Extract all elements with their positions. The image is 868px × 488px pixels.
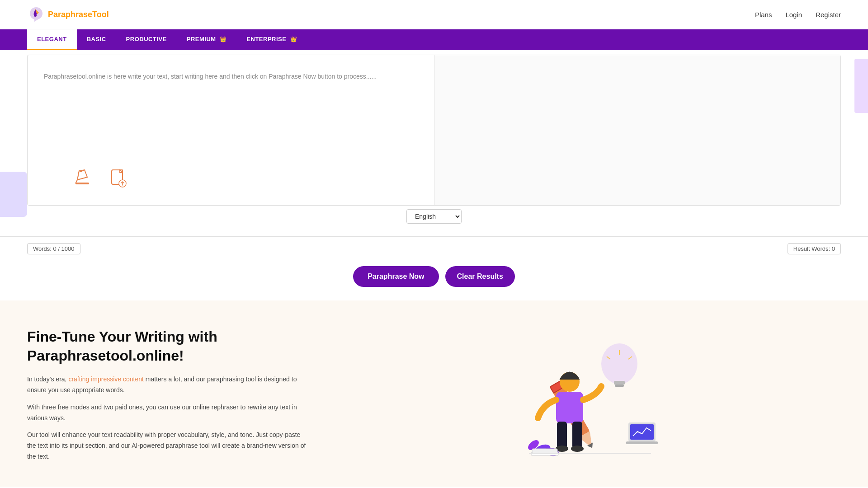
crown-icon-premium: 👑 bbox=[220, 36, 227, 42]
tab-premium[interactable]: PREMIUM 👑 bbox=[177, 29, 237, 50]
word-count-left: Words: 0 / 1000 bbox=[27, 243, 80, 254]
editor-icons bbox=[35, 162, 427, 198]
tab-enterprise[interactable]: ENTERPRISE 👑 bbox=[236, 29, 307, 50]
info-title: Fine-Tune Your Writing with Paraphraseto… bbox=[27, 328, 307, 365]
clear-results-button[interactable]: Clear Results bbox=[445, 266, 515, 287]
logo-text-part2: Tool bbox=[92, 10, 109, 19]
logo-text: ParaphraseTool bbox=[48, 10, 109, 19]
pen-icon bbox=[71, 166, 94, 189]
action-row: Paraphrase Now Clear Results bbox=[0, 259, 868, 300]
svg-rect-29 bbox=[532, 449, 557, 453]
pen-icon-box[interactable] bbox=[71, 166, 94, 189]
editor-left: Paraphrasetool.online is here write your… bbox=[28, 55, 434, 205]
nav-plans[interactable]: Plans bbox=[755, 11, 772, 19]
deco-left bbox=[0, 172, 27, 217]
illustration-svg bbox=[506, 328, 660, 463]
editor-split: Paraphrasetool.online is here write your… bbox=[27, 55, 841, 206]
svg-rect-32 bbox=[626, 441, 658, 444]
tab-productive[interactable]: PRODUCTIVE bbox=[116, 29, 177, 50]
nav-register[interactable]: Register bbox=[816, 11, 841, 19]
logo-text-part1: Paraphrase bbox=[48, 10, 92, 19]
language-row: English Spanish French German Italian Po… bbox=[27, 206, 841, 227]
editor-right bbox=[434, 55, 841, 205]
svg-rect-20 bbox=[556, 392, 583, 423]
info-section: Fine-Tune Your Writing with Paraphraseto… bbox=[0, 300, 868, 487]
crown-icon-enterprise: 👑 bbox=[290, 36, 297, 42]
word-count-row: Words: 0 / 1000 Result Words: 0 bbox=[0, 239, 868, 259]
language-select[interactable]: English Spanish French German Italian Po… bbox=[406, 209, 462, 224]
svg-rect-8 bbox=[614, 381, 625, 385]
svg-rect-21 bbox=[557, 422, 567, 449]
svg-rect-9 bbox=[615, 385, 624, 387]
word-count-right: Result Words: 0 bbox=[788, 243, 841, 254]
info-paragraph-2: With three free modes and two paid ones,… bbox=[27, 402, 307, 424]
tab-bar: ELEGANT BASIC PRODUCTIVE PREMIUM 👑 ENTER… bbox=[0, 29, 868, 50]
info-paragraph-3: Our tool will enhance your text readabil… bbox=[27, 430, 307, 462]
svg-rect-1 bbox=[75, 183, 89, 184]
nav: Plans Login Register bbox=[755, 11, 841, 19]
upload-icon bbox=[107, 166, 130, 189]
svg-point-7 bbox=[601, 343, 637, 384]
nav-login[interactable]: Login bbox=[785, 11, 802, 19]
logo-icon bbox=[27, 5, 45, 23]
paraphrase-now-button[interactable]: Paraphrase Now bbox=[353, 266, 439, 287]
svg-rect-22 bbox=[572, 422, 582, 449]
svg-point-24 bbox=[571, 446, 584, 452]
info-paragraph-1: In today's era, crafting impressive cont… bbox=[27, 374, 307, 396]
info-text: Fine-Tune Your Writing with Paraphraseto… bbox=[27, 328, 307, 469]
editor-placeholder-text: Paraphrasetool.online is here write your… bbox=[35, 62, 427, 162]
editor-section: Paraphrasetool.online is here write your… bbox=[0, 55, 868, 237]
deco-right bbox=[854, 59, 868, 113]
svg-point-0 bbox=[34, 14, 37, 17]
header: ParaphraseTool Plans Login Register bbox=[0, 0, 868, 29]
tab-elegant[interactable]: ELEGANT bbox=[27, 29, 77, 50]
info-illustration bbox=[326, 328, 841, 463]
logo: ParaphraseTool bbox=[27, 5, 109, 23]
upload-icon-box[interactable] bbox=[107, 166, 130, 189]
tab-basic[interactable]: BASIC bbox=[77, 29, 116, 50]
svg-rect-31 bbox=[630, 424, 654, 440]
